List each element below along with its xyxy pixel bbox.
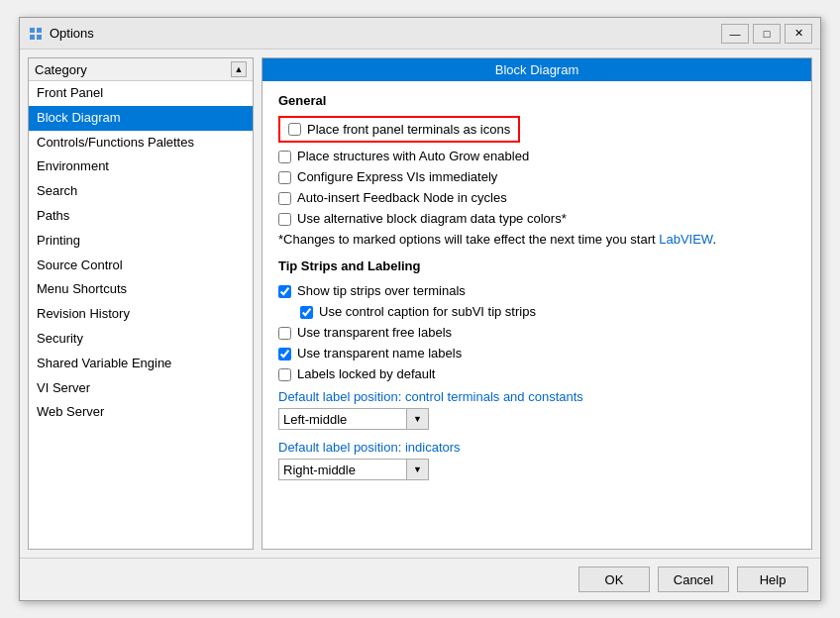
category-item-web-server[interactable]: Web Server xyxy=(29,400,253,425)
category-item-shared-variable-engine[interactable]: Shared Variable Engine xyxy=(29,352,253,376)
label-pos-indicator-select-row: Right-middle Left-middle Top-center Bott… xyxy=(278,459,795,480)
close-button[interactable]: ✕ xyxy=(785,24,812,44)
label-pos-control-select-row: Left-middle Right-middle Top-center Bott… xyxy=(278,408,795,430)
cancel-button[interactable]: Cancel xyxy=(658,566,729,592)
svg-rect-2 xyxy=(30,35,35,40)
options-window: Options — □ ✕ Category ▲ Front PanelBloc… xyxy=(19,17,821,601)
category-item-source-control[interactable]: Source Control xyxy=(29,254,253,278)
checkbox-row: Use transparent free labels xyxy=(278,325,795,340)
settings-header: Block Diagram xyxy=(262,58,811,81)
category-item-security[interactable]: Security xyxy=(29,327,253,352)
label-pos-control-select[interactable]: Left-middle Right-middle Top-center Bott… xyxy=(278,408,407,430)
settings-panel: Block Diagram General Place front panel … xyxy=(262,57,812,550)
checkbox-label: Labels locked by default xyxy=(297,366,435,381)
checkbox-auto-insert-feedback-node-in-c[interactable] xyxy=(278,192,291,205)
category-label: Category xyxy=(35,62,87,77)
window-icon xyxy=(28,26,44,42)
category-item-controls/functions-palettes[interactable]: Controls/Functions Palettes xyxy=(29,131,253,155)
checkbox-use-alternative-block-diagram-[interactable] xyxy=(278,213,291,226)
checkbox-tip-show-tip-strips-over-terminals[interactable] xyxy=(278,285,291,298)
checkbox-label: Auto-insert Feedback Node in cycles xyxy=(297,190,507,205)
label-pos-indicator-select[interactable]: Right-middle Left-middle Top-center Bott… xyxy=(278,459,407,480)
label-pos-indicator-arrow[interactable]: ▼ xyxy=(407,459,429,480)
checkbox-label: Use alternative block diagram data type … xyxy=(297,211,567,226)
checkbox-row: Auto-insert Feedback Node in cycles xyxy=(278,190,795,205)
category-list: Front PanelBlock DiagramControls/Functio… xyxy=(29,81,253,549)
category-item-vi-server[interactable]: VI Server xyxy=(29,376,253,401)
category-item-block-diagram[interactable]: Block Diagram xyxy=(29,106,253,131)
note-text: *Changes to marked options will take eff… xyxy=(278,232,795,247)
label-place-terminals: Place front panel terminals as icons xyxy=(307,122,510,137)
tip-checkboxes: Show tip strips over terminalsUse contro… xyxy=(278,283,795,381)
general-section-title: General xyxy=(278,93,795,108)
label-pos-control-label: Default label position: control terminal… xyxy=(278,389,795,404)
category-item-front-panel[interactable]: Front Panel xyxy=(29,81,253,106)
checkbox-row: Show tip strips over terminals xyxy=(278,283,795,298)
checkbox-place-terminals[interactable] xyxy=(288,123,301,136)
checkbox-label: Use control caption for subVI tip strips xyxy=(319,304,536,319)
window-controls: — □ ✕ xyxy=(721,24,812,44)
window-title: Options xyxy=(50,26,721,41)
checkbox-place-structures-with-auto-gro[interactable] xyxy=(278,151,291,163)
checkbox-row: Place structures with Auto Grow enabled xyxy=(278,149,795,163)
tip-strips-title: Tip Strips and Labeling xyxy=(278,258,795,273)
checkbox-label: Configure Express VIs immediately xyxy=(297,169,497,184)
help-button[interactable]: Help xyxy=(737,566,808,592)
bottom-bar: OK Cancel Help xyxy=(20,558,820,600)
svg-rect-1 xyxy=(37,28,42,33)
svg-rect-0 xyxy=(30,28,35,33)
category-item-paths[interactable]: Paths xyxy=(29,204,253,229)
labview-link: LabVIEW xyxy=(659,232,712,247)
checkbox-row: Use alternative block diagram data type … xyxy=(278,211,795,226)
category-panel: Category ▲ Front PanelBlock DiagramContr… xyxy=(28,57,254,550)
window-body: Category ▲ Front PanelBlock DiagramContr… xyxy=(20,50,820,558)
checkbox-label: Show tip strips over terminals xyxy=(297,283,466,298)
category-item-environment[interactable]: Environment xyxy=(29,154,253,179)
checkbox-row: Use control caption for subVI tip strips xyxy=(278,304,795,319)
checkbox-label: Place structures with Auto Grow enabled xyxy=(297,149,529,163)
checkbox-label: Use transparent name labels xyxy=(297,346,462,360)
checkbox-configure-express-vis-immediat[interactable] xyxy=(278,171,291,184)
title-bar: Options — □ ✕ xyxy=(20,18,820,50)
label-pos-control-arrow[interactable]: ▼ xyxy=(407,408,429,430)
category-item-search[interactable]: Search xyxy=(29,179,253,204)
checkbox-tip-use-control-caption-for-subvi-[interactable] xyxy=(300,306,313,319)
label-pos-indicator-group: Default label position: indicators Right… xyxy=(278,440,795,480)
settings-content: General Place front panel terminals as i… xyxy=(262,81,811,549)
category-header: Category ▲ xyxy=(29,58,253,81)
category-item-revision-history[interactable]: Revision History xyxy=(29,302,253,327)
category-scroll-up[interactable]: ▲ xyxy=(231,61,247,77)
checkbox-row: Labels locked by default xyxy=(278,366,795,381)
checkbox-row: Configure Express VIs immediately xyxy=(278,169,795,184)
checkbox-tip-use-transparent-free-labels[interactable] xyxy=(278,327,291,340)
maximize-button[interactable]: □ xyxy=(753,24,781,44)
category-item-menu-shortcuts[interactable]: Menu Shortcuts xyxy=(29,277,253,302)
ok-button[interactable]: OK xyxy=(578,566,650,592)
checkbox-row: Use transparent name labels xyxy=(278,346,795,360)
checkbox-label: Use transparent free labels xyxy=(297,325,452,340)
checkbox-tip-labels-locked-by-default[interactable] xyxy=(278,368,291,381)
minimize-button[interactable]: — xyxy=(721,24,749,44)
label-pos-control-group: Default label position: control terminal… xyxy=(278,389,795,430)
category-item-printing[interactable]: Printing xyxy=(29,229,253,254)
general-checkboxes: Place structures with Auto Grow enabledC… xyxy=(278,149,795,226)
svg-rect-3 xyxy=(37,35,42,40)
label-pos-indicator-label: Default label position: indicators xyxy=(278,440,795,455)
checkbox-tip-use-transparent-name-labels[interactable] xyxy=(278,348,291,360)
